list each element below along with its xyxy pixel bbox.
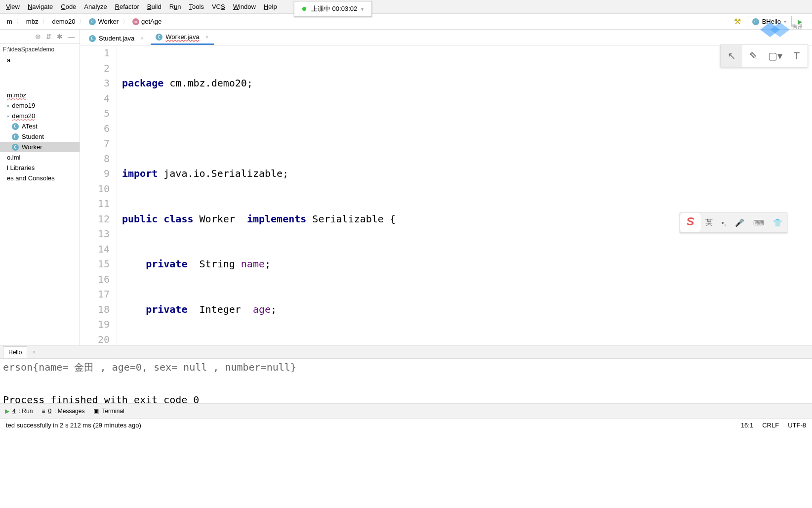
shape-tool-icon[interactable]: ▢▾ xyxy=(764,45,786,67)
folder-icon: ▪ xyxy=(7,113,9,120)
mic-icon[interactable]: 🎤 xyxy=(731,215,749,230)
project-path: F:\ideaSpace\demo xyxy=(0,44,80,55)
tree-item[interactable]: ▪demo20 xyxy=(0,111,80,121)
crumb-getage[interactable]: mgetAge xyxy=(129,17,164,26)
status-dot-icon xyxy=(302,7,306,11)
annotation-toolbar: ↖ ✎ ▢▾ T xyxy=(720,44,808,67)
class-icon: C xyxy=(89,18,96,25)
code-content[interactable]: package cm.mbz.demo20; import java.io.Se… xyxy=(117,45,396,345)
line-ending[interactable]: CRLF xyxy=(762,422,779,429)
crumb-mbz[interactable]: mbz xyxy=(23,17,41,26)
target-icon[interactable]: ⊕ xyxy=(35,33,41,41)
tree-item[interactable]: CATest xyxy=(0,121,80,131)
crumb-root[interactable]: m xyxy=(4,17,15,26)
menu-help[interactable]: Help xyxy=(260,1,281,12)
cursor-tool-icon[interactable]: ↖ xyxy=(721,45,742,67)
folder-icon: ▪ xyxy=(7,102,9,109)
gutter: 1234567891011121314151617181920 xyxy=(80,45,117,345)
close-icon[interactable]: × xyxy=(140,35,144,42)
menu-view[interactable]: VViewiew xyxy=(2,1,24,12)
tool-window-tabs: Hello × xyxy=(0,346,812,359)
build-icon[interactable]: ⚒ xyxy=(734,17,741,26)
keyboard-icon[interactable]: ⌨ xyxy=(749,215,769,230)
crumb-worker[interactable]: CWorker xyxy=(86,17,122,26)
crumb-demo20[interactable]: demo20 xyxy=(49,17,78,26)
tree-item[interactable]: CStudent xyxy=(0,131,80,142)
sogou-icon xyxy=(680,213,701,232)
tree-item[interactable]: es and Consoles xyxy=(0,173,80,183)
tab-worker[interactable]: CWorker.java× xyxy=(151,30,213,45)
tab-run[interactable]: ▶4: Run xyxy=(5,408,33,415)
pen-tool-icon[interactable]: ✎ xyxy=(742,45,764,67)
class-icon: C xyxy=(12,123,19,130)
project-panel: ⊕ ⇵ ✱ — F:\ideaSpace\demo a m.mbz ▪demo1… xyxy=(0,30,80,345)
ime-toolbar[interactable]: 英 •, 🎤 ⌨ 👕 xyxy=(680,212,787,233)
skin-icon[interactable]: 👕 xyxy=(769,215,787,230)
tool-tab-hello[interactable]: Hello xyxy=(3,346,27,358)
menu-run[interactable]: Run xyxy=(165,1,185,12)
lang-badge[interactable]: 英 xyxy=(701,215,717,230)
status-bar: ted successfully in 2 s 212 ms (29 minut… xyxy=(0,418,812,432)
breadcrumb-bar: m〉 mbz〉 demo20〉 CWorker〉 mgetAge ⚒ CBHel… xyxy=(0,14,812,30)
menu-tools[interactable]: Tools xyxy=(185,1,208,12)
status-message: ted successfully in 2 s 212 ms (29 minut… xyxy=(6,422,141,429)
code-editor[interactable]: 1234567891011121314151617181920 package … xyxy=(80,45,812,345)
tree-item[interactable]: l Libraries xyxy=(0,163,80,173)
tab-messages[interactable]: ≡ 0: Messages xyxy=(41,408,84,415)
breadcrumb: m〉 mbz〉 demo20〉 CWorker〉 mgetAge xyxy=(4,17,164,26)
tree-item[interactable]: a xyxy=(0,55,80,65)
menu-analyze[interactable]: Analyze xyxy=(80,1,111,12)
menu-vcs[interactable]: VCS xyxy=(208,1,229,12)
text-tool-icon[interactable]: T xyxy=(786,45,808,67)
class-icon: C xyxy=(12,144,19,151)
meeting-badge[interactable]: 上课中 00:03:02 ▾ xyxy=(294,1,372,17)
run-icon: ▶ xyxy=(5,408,9,415)
method-icon: m xyxy=(132,18,139,25)
tree-item-selected[interactable]: CWorker xyxy=(0,142,80,152)
svg-text:腾讯: 腾讯 xyxy=(791,23,802,30)
tree-item[interactable]: m.mbz xyxy=(0,90,80,100)
console-output[interactable]: erson{name= 金田 , age=0, sex= null , numb… xyxy=(0,359,812,403)
project-tree: a m.mbz ▪demo19 ▪demo20 CATest CStudent … xyxy=(0,55,80,183)
class-icon: C xyxy=(89,35,96,42)
meeting-text: 上课中 00:03:02 xyxy=(311,4,357,13)
close-icon[interactable]: × xyxy=(205,34,209,41)
tab-student[interactable]: CStudent.java× xyxy=(84,32,149,45)
class-icon: C xyxy=(12,133,19,140)
editor-area: CStudent.java× CWorker.java× 12345678910… xyxy=(80,30,812,345)
file-encoding[interactable]: UTF-8 xyxy=(788,422,806,429)
tree-item[interactable]: ▪demo19 xyxy=(0,100,80,111)
tree-item[interactable]: o.iml xyxy=(0,152,80,163)
main-split: ⊕ ⇵ ✱ — F:\ideaSpace\demo a m.mbz ▪demo1… xyxy=(0,30,812,346)
brand-logo-icon: 腾讯 xyxy=(753,15,802,46)
minimize-icon[interactable]: — xyxy=(68,33,75,41)
menu-build[interactable]: Build xyxy=(143,1,165,12)
punct-icon[interactable]: •, xyxy=(717,215,731,230)
cursor-position[interactable]: 16:1 xyxy=(741,422,753,429)
project-toolbar: ⊕ ⇵ ✱ — xyxy=(0,30,80,44)
close-icon[interactable]: × xyxy=(27,347,41,358)
menu-code[interactable]: Code xyxy=(57,1,80,12)
menu-refactor[interactable]: Refactor xyxy=(111,1,143,12)
menu-bar: VViewiew Navigate Code Analyze Refactor … xyxy=(0,0,812,14)
menu-window[interactable]: Window xyxy=(229,1,260,12)
console-line: erson{name= 金田 , age=0, sex= null , numb… xyxy=(3,361,809,374)
chevron-down-icon: ▾ xyxy=(361,6,364,12)
editor-tabs: CStudent.java× CWorker.java× xyxy=(80,30,812,45)
tab-terminal[interactable]: ▣ Terminal xyxy=(93,408,124,415)
menu-navigate[interactable]: Navigate xyxy=(24,1,57,12)
class-icon: C xyxy=(156,34,162,41)
gear-icon[interactable]: ✱ xyxy=(57,33,63,41)
collapse-icon[interactable]: ⇵ xyxy=(46,33,52,41)
